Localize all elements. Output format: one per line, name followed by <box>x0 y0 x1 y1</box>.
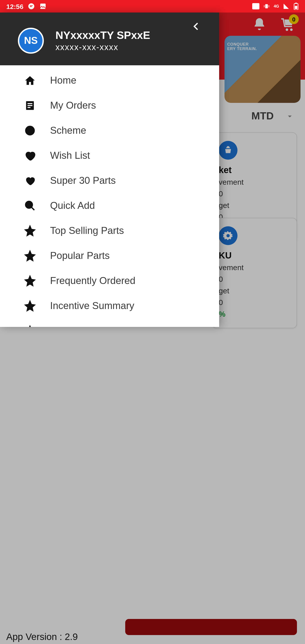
avatar-initials: NS <box>24 35 38 46</box>
menu-label: Incentive Summary <box>50 300 134 312</box>
star-icon <box>23 300 37 312</box>
status-time: 12:56 <box>6 2 24 10</box>
star-icon <box>23 225 37 236</box>
search-icon <box>23 200 37 212</box>
menu-item-scheme[interactable]: Scheme <box>0 118 219 143</box>
heart-filled-icon <box>23 175 37 186</box>
vibrate-icon <box>263 3 270 10</box>
menu-item-topselling[interactable]: Top Selling Parts <box>0 218 219 243</box>
heart-outline-icon <box>23 150 37 162</box>
menu-item-wishlist[interactable]: Wish List <box>0 143 219 168</box>
svg-rect-8 <box>28 103 32 104</box>
menu-label: Top Selling Parts <box>50 225 124 236</box>
menu-label: Scheme <box>50 125 86 136</box>
svg-rect-6 <box>295 3 297 4</box>
home-icon <box>23 75 37 86</box>
user-name: NYxxxxxTY SPxxE <box>56 29 150 42</box>
menu-label: Wish List <box>50 150 90 162</box>
menu-label: Digital Parts Mela <box>50 325 127 327</box>
menu-item-frequent[interactable]: Frequently Ordered <box>0 268 219 294</box>
menu-item-quickadd[interactable]: Quick Add <box>0 193 219 218</box>
back-button[interactable] <box>192 22 201 31</box>
star-icon <box>23 250 37 262</box>
status-bar: 12:56 4G <box>0 0 305 12</box>
menu-item-mela[interactable]: Digital Parts Mela <box>0 318 219 327</box>
nav-drawer: NS NYxxxxxTY SPxxE xxxxx-xxx-xxxx Home M… <box>0 12 219 327</box>
menu-item-orders[interactable]: My Orders <box>0 93 219 118</box>
avatar[interactable]: NS <box>18 28 44 54</box>
menu-label: My Orders <box>50 100 96 111</box>
menu-label: Home <box>50 75 76 86</box>
signal-4g-icon: 4G <box>274 4 279 8</box>
drawer-header: NS NYxxxxxTY SPxxE xxxxx-xxx-xxxx <box>0 12 219 65</box>
menu-label: Frequently Ordered <box>50 275 136 287</box>
star-icon <box>23 275 37 287</box>
drawer-menu: Home My Orders Scheme Wish List Super 30… <box>0 65 219 327</box>
menu-label: Super 30 Parts <box>50 175 116 186</box>
volte-icon <box>252 3 260 10</box>
app-version: App Version : 2.9 <box>6 632 78 642</box>
orders-icon <box>23 100 37 111</box>
svg-rect-5 <box>295 6 298 9</box>
svg-rect-1 <box>40 4 46 9</box>
svg-point-12 <box>26 202 32 208</box>
menu-item-incentive[interactable]: Incentive Summary <box>0 294 219 318</box>
image-icon <box>40 3 47 10</box>
star-icon <box>23 325 37 327</box>
svg-rect-10 <box>28 107 30 108</box>
menu-item-super30[interactable]: Super 30 Parts <box>0 168 219 193</box>
menu-label: Quick Add <box>50 200 95 212</box>
svg-rect-2 <box>252 3 260 10</box>
user-phone: xxxxx-xxx-xxxx <box>56 42 150 52</box>
svg-rect-9 <box>28 105 32 106</box>
signal-icon <box>283 3 290 10</box>
svg-rect-3 <box>265 4 268 8</box>
menu-item-home[interactable]: Home <box>0 68 219 93</box>
scheme-icon <box>23 125 37 136</box>
battery-icon <box>293 3 299 10</box>
menu-item-popular[interactable]: Popular Parts <box>0 243 219 268</box>
chat-icon <box>28 3 35 10</box>
menu-label: Popular Parts <box>50 250 110 262</box>
